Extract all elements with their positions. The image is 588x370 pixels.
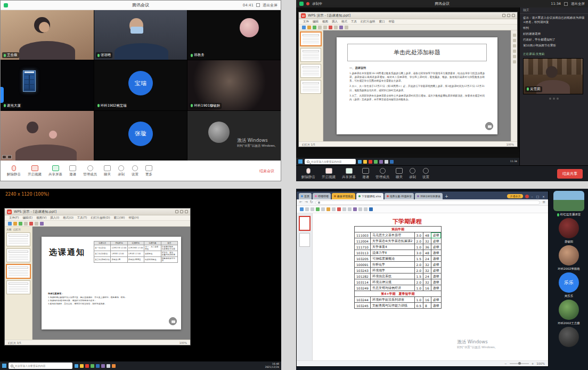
maximize-icon[interactable] (180, 210, 183, 213)
video-tile[interactable]: 王会薇 (1, 10, 94, 60)
menu-item[interactable]: 格式 (341, 20, 347, 23)
start-video-button[interactable]: 开启视频 (28, 165, 42, 177)
slide-thumbnail[interactable] (6, 280, 30, 294)
slide-thumbnail[interactable] (300, 48, 321, 62)
menu-item[interactable]: 插入 (332, 20, 338, 23)
video-tile[interactable]: 张璇 (94, 111, 187, 160)
slide-thumbnail[interactable] (300, 80, 321, 94)
unmute-button[interactable]: 解除静音 (7, 165, 21, 177)
tab-outline[interactable]: 大纲 (6, 228, 11, 231)
maximize-icon[interactable] (507, 14, 510, 17)
menu-item[interactable]: 幻灯片放映 (361, 20, 375, 23)
menu-item[interactable]: 视图 (322, 20, 328, 23)
end-meeting-button[interactable]: 结束会议 (259, 168, 274, 174)
taskbar-search-input[interactable]: 在这里输入你要搜索的内容 (305, 159, 356, 164)
unmute-button[interactable]: 解除静音 (301, 168, 315, 180)
refresh-icon[interactable]: ↻ (310, 200, 313, 204)
member-badge[interactable]: 开通会员 (507, 194, 523, 198)
minimize-icon[interactable] (502, 14, 505, 17)
toolbar-icon[interactable] (323, 26, 327, 29)
menu-item[interactable]: 文件 (303, 20, 309, 23)
manage-members-button[interactable]: 管理成员 (375, 168, 389, 180)
video-tile[interactable]: 激活 Windows 转到“设置”以激活 Windows。 (187, 111, 281, 160)
menu-item[interactable]: 文件(F) (9, 216, 19, 220)
mic-icon[interactable] (2, 155, 6, 159)
participant-avatar[interactable] (559, 300, 579, 320)
toolbar-icon[interactable] (345, 26, 348, 29)
video-tile[interactable]: 张语晗 (94, 10, 187, 60)
share-screen-button[interactable]: 共享屏幕 (342, 168, 356, 180)
app-toolbar[interactable] (297, 206, 548, 213)
page-thumbnail[interactable] (299, 216, 310, 230)
start-button-icon[interactable] (2, 364, 6, 368)
more-button[interactable]: 更多 (145, 165, 152, 177)
camera-bubble-button[interactable] (169, 317, 177, 325)
side-tool-panel[interactable] (511, 30, 517, 141)
menu-item[interactable]: 格式(O) (63, 216, 74, 220)
participant-avatar[interactable] (559, 327, 579, 347)
settings-button[interactable]: 设置 (132, 165, 138, 177)
menu-item[interactable]: 窗口(W) (114, 216, 125, 220)
taskbar-app-icons[interactable] (75, 364, 116, 368)
menu-icon[interactable]: ≡ (542, 200, 545, 204)
participant-avatar[interactable] (559, 245, 579, 266)
menu-item[interactable]: 视图(V) (36, 216, 46, 220)
toolbar-icon[interactable] (302, 26, 306, 29)
chat-message-list[interactable]: 提示：请大家进入会议后将自己的昵称改为班级+姓名，收到请回复 收到 好的谢谢老师… (520, 14, 588, 50)
browser-tab[interactable]: 培养方案-环境科学 (385, 193, 414, 199)
slide-canvas[interactable]: 选课通知 选课轮次 开始时间 结束时间 选课对象 备注 第一轮(正选)12月27… (42, 237, 181, 329)
zoom-level[interactable]: 100% (507, 143, 514, 146)
active-cell[interactable]: 必修 (431, 232, 441, 238)
browser-tab[interactable]: 下学期课程.xlsx (356, 193, 383, 199)
page-thumbnail[interactable] (299, 233, 310, 247)
taskbar-search-input[interactable]: 在这里输入你要搜索的内容 (9, 363, 72, 369)
exit-fullscreen-button[interactable]: 退出全屏 (263, 3, 277, 8)
zoom-in-icon[interactable]: + (532, 362, 534, 365)
browser-tab[interactable]: 教务管理系统 (332, 193, 355, 199)
record-button[interactable]: 录制 (118, 165, 125, 177)
menu-item[interactable]: 窗口 (379, 20, 385, 23)
invite-button[interactable]: 邀请 (362, 168, 369, 180)
toolbar-icon[interactable] (329, 26, 332, 29)
video-tile[interactable]: 韩教务 (187, 10, 281, 60)
menu-item[interactable]: 工具 (351, 20, 357, 23)
back-icon[interactable]: ← (299, 200, 303, 204)
minimize-icon[interactable] (175, 210, 178, 213)
toolbar-icon[interactable] (334, 26, 338, 29)
panel-tabs[interactable]: 大纲 幻灯片 (6, 228, 30, 231)
menu-item[interactable]: 编辑(E) (22, 216, 32, 220)
menu-item[interactable]: 帮助(H) (128, 216, 138, 220)
camera-bubble-button[interactable] (485, 122, 493, 130)
camera-icon[interactable] (7, 155, 12, 159)
slide-thumbnail[interactable] (300, 64, 321, 78)
menu-item[interactable]: 帮助 (389, 20, 395, 23)
tile-control-icons[interactable] (2, 155, 12, 159)
settings-button[interactable]: 设置 (422, 168, 429, 180)
window-controls[interactable] (175, 210, 188, 213)
window-controls[interactable]: – □ × (531, 195, 546, 198)
taskbar-clock[interactable]: 11:34 (510, 160, 517, 163)
taskbar-clock[interactable]: 16:48 2021/12/24 (265, 363, 279, 368)
toolbar-icon[interactable] (318, 26, 322, 29)
forward-icon[interactable]: → (305, 200, 308, 204)
tab-slides[interactable]: 幻灯片 (13, 228, 21, 231)
record-button[interactable]: 录制 (409, 168, 416, 180)
slide-thumbnail[interactable] (6, 248, 30, 262)
browser-tab[interactable]: 哔哩哔哩 (313, 193, 331, 199)
browser-tab[interactable]: 首页 (299, 193, 312, 199)
slide-thumbnail[interactable] (6, 232, 30, 246)
start-video-button[interactable]: 开启视频 (322, 168, 336, 180)
sidebar-toggle-tab[interactable] (1, 87, 4, 103)
toolbar-icon[interactable] (339, 26, 343, 29)
participant-avatar[interactable] (559, 218, 579, 238)
zoom-out-icon[interactable]: − (504, 362, 507, 365)
browser-tab[interactable]: 环科1901班课表 (415, 193, 443, 199)
taskbar-app-icons[interactable] (358, 160, 394, 164)
end-share-button[interactable]: 结束共享 (557, 169, 583, 179)
address-bar[interactable] (315, 200, 541, 205)
video-tile[interactable]: 谢光大厦 (1, 60, 94, 110)
close-icon[interactable] (512, 14, 515, 17)
video-tile[interactable]: 环科1901穆敏妲 (187, 60, 281, 110)
toolbar-icons[interactable] (299, 25, 517, 30)
menu-item[interactable]: 幻灯片放映(D) (91, 216, 110, 220)
